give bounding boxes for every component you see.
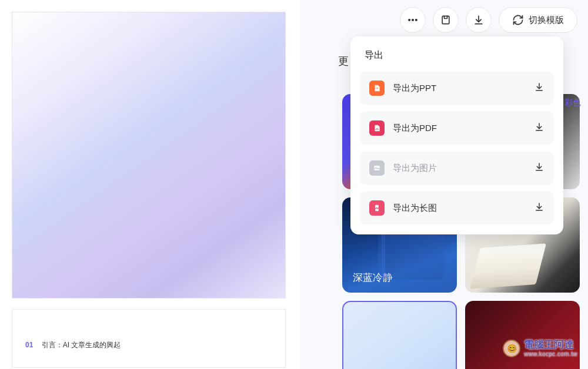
download-icon [534, 202, 544, 214]
export-pdf-item[interactable]: 导出为PDF [360, 111, 554, 145]
export-image-label: 导出为图片 [393, 163, 526, 174]
svg-rect-5 [374, 166, 379, 170]
download-icon [473, 14, 485, 26]
color-tag[interactable]: 彩色 [564, 98, 581, 108]
export-long-image-item[interactable]: 导出为长图 [360, 191, 554, 225]
long-image-icon [369, 200, 385, 216]
export-image-item[interactable]: 导出为图片 [360, 151, 554, 185]
slide-title: 引言：AI 文章生成的興起 [42, 341, 121, 349]
more-icon [407, 14, 419, 26]
download-icon [534, 82, 544, 95]
export-ppt-label: 导出为PPT [393, 83, 526, 94]
template-name-warm: 暖光日常 [476, 271, 516, 284]
export-pdf-label: 导出为PDF [393, 123, 526, 134]
slide-thumbnail-2[interactable]: 01 引言：AI 文章生成的興起 [12, 309, 286, 368]
svg-rect-3 [442, 16, 449, 24]
download-icon [534, 162, 544, 175]
image-icon [369, 160, 385, 176]
svg-rect-4 [376, 88, 378, 88]
slide-thumbnail-panel: 01 引言：AI 文章生成的興起 [0, 0, 300, 369]
save-icon [440, 14, 452, 26]
top-toolbar: 切换模版 [400, 7, 577, 33]
panel-label: 更 [338, 54, 349, 68]
svg-point-1 [412, 19, 414, 21]
export-long-image-label: 导出为长图 [393, 203, 526, 214]
download-button[interactable] [466, 7, 492, 33]
watermark-text: 電腦王阿達 [524, 340, 577, 351]
download-icon [534, 122, 544, 135]
switch-template-label: 切换模版 [529, 15, 564, 26]
template-name-blue: 深蓝冷静 [353, 271, 393, 284]
switch-template-button[interactable]: 切换模版 [499, 7, 577, 33]
svg-point-2 [416, 19, 417, 21]
export-ppt-item[interactable]: 导出为PPT [360, 71, 554, 105]
watermark-face-icon: 😊 [503, 340, 520, 357]
template-card-light-selected[interactable] [342, 301, 457, 369]
export-dropdown-title: 导出 [365, 49, 549, 62]
ppt-icon [369, 80, 385, 96]
svg-point-0 [409, 19, 410, 21]
refresh-icon [512, 14, 524, 26]
pdf-icon [369, 120, 385, 136]
slide-thumbnail-1[interactable] [12, 12, 286, 298]
watermark-sub: www.kocpc.com.tw [524, 351, 577, 357]
watermark: 😊 電腦王阿達 www.kocpc.com.tw [503, 340, 577, 357]
right-panel: 切换模版 更 彩色 深蓝冷静 暖光日常 导出 导出为PPT [300, 0, 588, 369]
save-button[interactable] [433, 7, 459, 33]
export-dropdown: 导出 导出为PPT 导出为PDF [350, 36, 563, 234]
more-button[interactable] [400, 7, 426, 33]
slide-number: 01 [25, 341, 33, 349]
template-card-red[interactable] [465, 301, 580, 369]
